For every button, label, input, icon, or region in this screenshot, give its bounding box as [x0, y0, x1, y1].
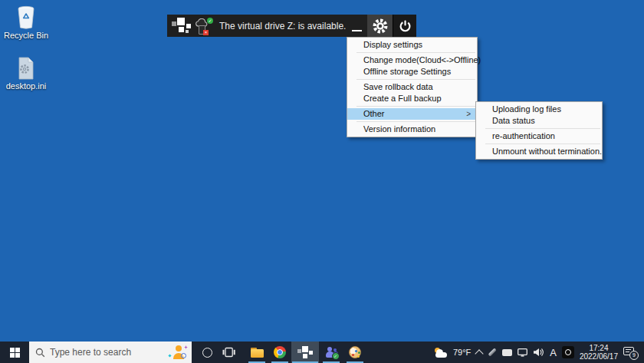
minimize-button[interactable]: [346, 15, 367, 37]
menu-separator: [485, 128, 600, 129]
desktop-icon-label: desktop.ini: [3, 81, 49, 91]
cortana-icon: [202, 348, 212, 358]
cloud-ok-badge-icon: ✓: [207, 18, 213, 24]
minimize-icon: [352, 30, 362, 32]
other-submenu: Uploading log files Data status re-authe…: [475, 101, 603, 160]
app-tray-icon[interactable]: [562, 346, 574, 358]
start-button[interactable]: [0, 342, 29, 363]
ime-indicator[interactable]: A: [550, 347, 557, 358]
volume-icon[interactable]: [533, 348, 544, 357]
submenu-item-data-status[interactable]: Data status: [476, 115, 602, 127]
desktop: Recycle Bin desktop.ini ✓ × The virtual …: [0, 0, 644, 363]
power-button[interactable]: [393, 15, 416, 37]
task-view-icon: [222, 347, 235, 358]
weather-icon[interactable]: [434, 348, 448, 358]
search-icon: [35, 348, 45, 358]
search-highlights-icon: [168, 345, 188, 360]
menu-separator: [356, 106, 475, 107]
windows-logo-icon: [10, 348, 20, 358]
task-view-button[interactable]: [218, 342, 239, 363]
menu-separator: [356, 79, 475, 80]
clock-date: 2022/06/17: [580, 352, 618, 361]
temperature-label[interactable]: 79°F: [453, 348, 471, 357]
device-tray-icon[interactable]: [502, 349, 512, 356]
menu-item-label: Other: [363, 109, 385, 118]
cortana-button[interactable]: [196, 342, 218, 363]
app-logo-icon: [172, 18, 192, 34]
teams-button[interactable]: ✓: [319, 342, 343, 363]
menu-separator: [485, 144, 600, 144]
chrome-icon: [274, 346, 286, 358]
submenu-item-re-authentication[interactable]: re-authentication: [476, 130, 602, 142]
chrome-button[interactable]: [268, 342, 291, 363]
palette-icon: [349, 346, 361, 358]
show-hidden-icons-chevron-icon[interactable]: [475, 349, 484, 358]
menu-separator: [356, 52, 475, 53]
clock-time: 17:24: [580, 344, 618, 352]
submenu-item-unmount-without-termination[interactable]: Unmount without termination.: [476, 146, 602, 157]
menu-item-create-full-backup[interactable]: Create a Full backup: [347, 93, 477, 104]
submenu-arrow-icon: >: [466, 108, 471, 120]
clock[interactable]: 17:24 2022/06/17: [580, 344, 618, 361]
menu-item-offline-storage-settings[interactable]: Offline storage Settings: [347, 66, 477, 78]
device-error-badge-icon: ×: [203, 30, 209, 35]
folder-icon: [251, 348, 264, 358]
pen-tray-icon[interactable]: [488, 348, 497, 357]
file-explorer-button[interactable]: [245, 342, 268, 363]
menu-item-display-settings[interactable]: Display settings: [347, 39, 477, 51]
settings-context-menu: Display settings Change mode(Cloud<->Off…: [347, 37, 478, 137]
connection-status: ✓ ×: [196, 16, 212, 35]
desktop-icon-desktop-ini[interactable]: desktop.ini: [3, 57, 49, 91]
menu-item-version-information[interactable]: Version information: [347, 124, 477, 135]
paint-app-button[interactable]: [343, 342, 366, 363]
gear-icon: [372, 18, 389, 35]
menu-item-other[interactable]: Other >: [347, 108, 477, 120]
ini-file-icon: [17, 57, 35, 80]
toolbar-message: The virtual drive Z: is available.: [219, 21, 346, 31]
system-tray: 79°F A 17:24 2022/06/17 9: [434, 344, 644, 361]
virtual-drive-app-button[interactable]: [291, 342, 319, 363]
virtual-drive-toolbar: ✓ × The virtual drive Z: is available.: [167, 15, 394, 37]
search-input[interactable]: [48, 346, 168, 358]
submenu-item-uploading-log-files[interactable]: Uploading log files: [476, 104, 602, 115]
power-icon: [398, 18, 412, 33]
presence-badge-icon: ✓: [332, 352, 340, 360]
settings-button[interactable]: [367, 15, 393, 37]
desktop-icon-recycle-bin[interactable]: Recycle Bin: [3, 5, 49, 40]
menu-item-save-rollback-data[interactable]: Save rollback data: [347, 81, 477, 93]
desktop-icon-label: Recycle Bin: [3, 31, 49, 40]
menu-separator: [356, 121, 475, 122]
recycle-bin-icon: [16, 5, 36, 29]
notification-center-button[interactable]: 9: [623, 346, 639, 359]
teams-icon: ✓: [324, 347, 339, 358]
taskbar: ✓ 79°F A: [0, 342, 644, 363]
notification-badge: 9: [629, 351, 639, 360]
network-icon[interactable]: [518, 348, 527, 357]
taskbar-search[interactable]: [29, 342, 192, 363]
menu-item-change-mode[interactable]: Change mode(Cloud<->Offline): [347, 54, 477, 66]
app-logo-icon: [297, 346, 313, 359]
